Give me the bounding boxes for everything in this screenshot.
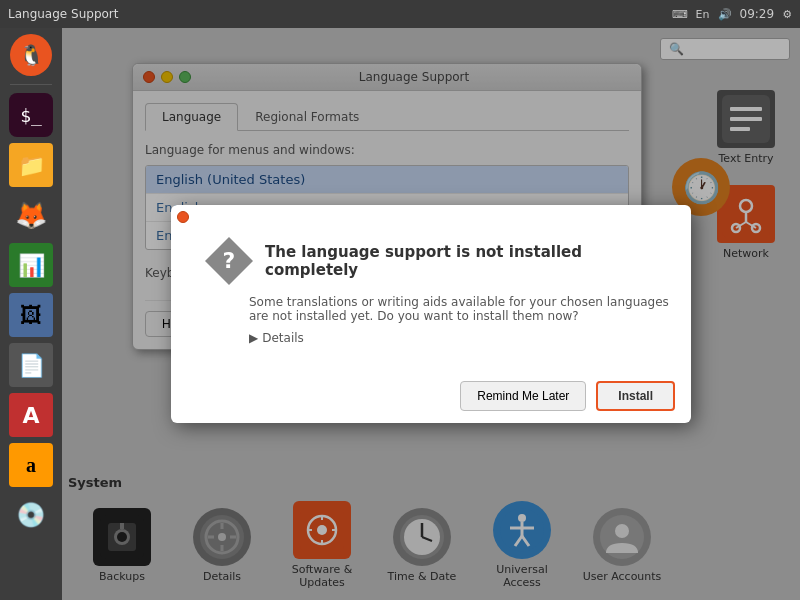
main-area: 🔍 Text Entry: [62, 28, 800, 600]
sidebar-amazon[interactable]: a: [9, 443, 53, 487]
dialog-footer: Remind Me Later Install: [171, 369, 691, 423]
settings-icon[interactable]: ⚙: [782, 8, 792, 21]
sidebar-firefox[interactable]: 🦊: [9, 193, 53, 237]
topbar-icons: ⌨ En 🔊 09:29 ⚙: [672, 7, 792, 21]
dialog-title: The language support is not installed co…: [265, 243, 659, 279]
keyboard-icon: ⌨: [672, 8, 688, 21]
warning-icon: ?: [203, 235, 255, 287]
topbar-title: Language Support: [8, 7, 672, 21]
details-label: Details: [262, 331, 304, 345]
volume-icon: 🔊: [718, 8, 732, 21]
dialog-top: ? The language support is not installed …: [171, 205, 691, 287]
remind-later-button[interactable]: Remind Me Later: [460, 381, 586, 411]
sidebar-files[interactable]: 📁: [9, 143, 53, 187]
dialog-header: ? The language support is not installed …: [187, 219, 675, 287]
dialog-details[interactable]: ▶ Details: [249, 331, 675, 345]
dialog-overlay: ? The language support is not installed …: [62, 28, 800, 600]
install-button[interactable]: Install: [596, 381, 675, 411]
dialog-body: Some translations or writing aids availa…: [171, 287, 691, 361]
svg-text:?: ?: [223, 248, 236, 273]
topbar: Language Support ⌨ En 🔊 09:29 ⚙: [0, 0, 800, 28]
lang-indicator[interactable]: En: [696, 8, 710, 21]
sidebar-ubuntu-logo[interactable]: 🐧: [10, 34, 52, 76]
details-arrow: ▶: [249, 331, 258, 345]
language-support-dialog: ? The language support is not installed …: [171, 205, 691, 423]
sidebar-spreadsheet[interactable]: 📊: [9, 243, 53, 287]
dialog-message: Some translations or writing aids availa…: [249, 295, 675, 323]
sidebar-font[interactable]: A: [9, 393, 53, 437]
clock: 09:29: [740, 7, 775, 21]
dialog-close-btn[interactable]: [177, 211, 189, 223]
sidebar-terminal[interactable]: $_: [9, 93, 53, 137]
sidebar-images[interactable]: 🖼: [9, 293, 53, 337]
sidebar-dvd[interactable]: 💿: [9, 493, 53, 537]
sidebar-text[interactable]: 📄: [9, 343, 53, 387]
sidebar: 🐧 $_ 📁 🦊 📊 🖼 📄 A a 💿: [0, 28, 62, 600]
